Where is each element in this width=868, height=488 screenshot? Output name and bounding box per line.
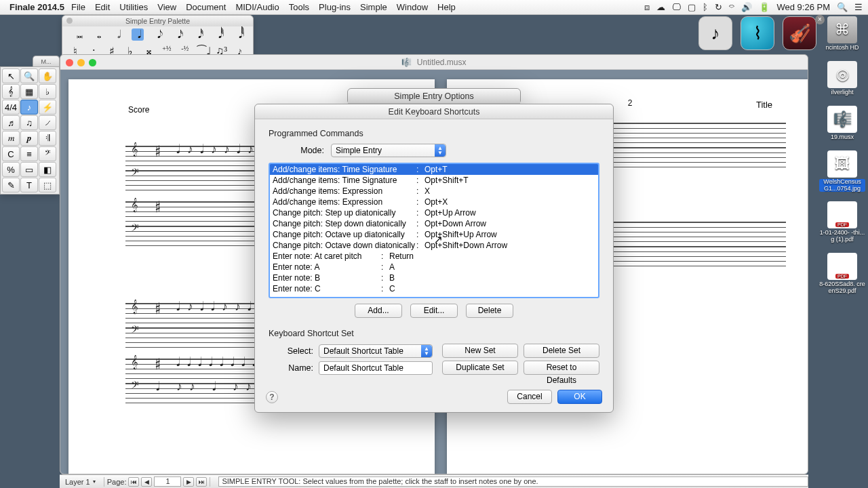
simple-entry-tool-icon[interactable]: ♪ (20, 100, 38, 115)
menu-tools[interactable]: Tools (289, 2, 309, 12)
menu-midiaudio[interactable]: MIDI/Audio (235, 2, 279, 12)
ok-button[interactable]: OK (557, 390, 602, 404)
menu-help[interactable]: Help (437, 2, 456, 12)
graphics-tool-icon[interactable]: ⬚ (39, 178, 56, 192)
edit-keyboard-shortcuts-dialog[interactable]: Edit Keyboard Shortcuts Programmed Comma… (254, 104, 614, 413)
command-row[interactable]: Change pitch: Octave down diatonically:O… (270, 240, 598, 251)
sixtyfourth-note-icon[interactable]: 𝅘𝅥𝅱 (212, 28, 224, 41)
desktop-pdf-1[interactable]: 1-01-2400- -thi...g (1).pdf (819, 201, 865, 243)
add-button[interactable]: Add... (355, 304, 402, 318)
desktop-doc-19musx[interactable]: 🎼19.musx (819, 106, 865, 141)
delete-set-button[interactable]: Delete Set (524, 344, 599, 358)
command-row[interactable]: Change pitch: Step down diatonically:Opt… (270, 218, 598, 229)
cancel-button[interactable]: Cancel (507, 390, 552, 404)
clef-tool-icon[interactable]: 𝄢 (39, 146, 56, 161)
first-page-button[interactable]: ⏮ (128, 477, 139, 487)
quarter-note-icon[interactable]: 𝅘𝅥 (132, 28, 144, 41)
eighth-note-icon[interactable]: 𝅘𝅥𝅮 (151, 28, 163, 41)
document-tab[interactable]: 🎼 Untitled.musx (60, 55, 808, 70)
bluetooth-icon[interactable]: ᛒ (703, 2, 708, 12)
whole-note-icon[interactable]: 𝅝 (91, 28, 103, 41)
menu-simple[interactable]: Simple (360, 2, 387, 12)
mode-select[interactable]: Simple Entry ▲▼ (331, 144, 446, 157)
menu-document[interactable]: Document (186, 2, 226, 12)
onetwentyeighth-note-icon[interactable]: 𝅘𝅥𝅲 (233, 28, 245, 41)
layer-selector[interactable]: Layer 1▾ (60, 478, 101, 486)
window-zoom-icon[interactable] (89, 59, 96, 66)
wifi-icon[interactable]: ⌔ (729, 2, 734, 12)
resize-tool-icon[interactable]: % (2, 162, 20, 177)
command-row[interactable]: Add/change items: Time Signature:Opt+T (270, 164, 598, 175)
menu-edit[interactable]: Edit (95, 2, 110, 12)
reset-defaults-button[interactable]: Reset to Defaults (524, 361, 599, 375)
shortcut-set-select[interactable]: Default Shortcut Table ▲▼ (319, 344, 433, 358)
palette-close-icon[interactable] (66, 18, 73, 24)
command-row[interactable]: Enter note: At caret pitch:Return (270, 251, 598, 262)
window-close-icon[interactable] (66, 59, 73, 66)
page-layout-tool-icon[interactable]: ▭ (20, 162, 38, 177)
menu-file[interactable]: File (71, 2, 85, 12)
new-set-button[interactable]: New Set (442, 344, 518, 358)
next-page-button[interactable]: ▶ (183, 477, 194, 487)
command-list[interactable]: Add/change items: Time Signature:Opt+TAd… (269, 163, 599, 298)
text-tool-icon[interactable]: T (20, 178, 38, 192)
speedy-entry-tool-icon[interactable]: ⚡ (39, 100, 56, 115)
command-row[interactable]: Change pitch: Octave up diatonically:Opt… (270, 229, 598, 240)
chord-tool-icon[interactable]: C (2, 146, 20, 161)
app-name[interactable]: Finale 2014.5 (9, 2, 64, 12)
edit-button[interactable]: Edit... (410, 304, 458, 318)
keysig-tool-icon[interactable]: ♭ (39, 84, 56, 99)
smartshape-tool-icon[interactable]: ⟋ (39, 115, 56, 130)
articulation-tool-icon[interactable]: 𝆏 (20, 131, 38, 146)
timemachine-icon[interactable]: ↻ (715, 2, 722, 12)
expression-tool-icon[interactable]: 𝆐 (2, 131, 20, 146)
menu-utilities[interactable]: Utilities (119, 2, 148, 12)
half-note-icon[interactable]: 𝅗𝅥 (111, 28, 123, 41)
hand-tool-icon[interactable]: ✋ (39, 68, 56, 83)
notifications-icon[interactable]: ☰ (854, 2, 863, 12)
double-whole-note-icon[interactable]: 𝅜 (71, 28, 83, 41)
simple-entry-palette-window[interactable]: Simple Entry Palette 𝅜 𝅝 𝅗𝅥 𝅘𝅥 𝅘𝅥𝅮 𝅘𝅥𝅯 𝅘… (62, 15, 254, 60)
selection-tool-icon[interactable]: ↖ (2, 68, 20, 83)
display-icon[interactable]: 🖵 (672, 2, 681, 12)
sixteenth-note-icon[interactable]: 𝅘𝅥𝅯 (172, 28, 184, 41)
measure-tool-icon[interactable]: ▦ (20, 84, 38, 99)
tuplet-tool-icon[interactable]: ♫ (20, 115, 38, 130)
duplicate-set-button[interactable]: Duplicate Set (442, 361, 518, 375)
last-page-button[interactable]: ⏭ (196, 477, 207, 487)
window-minimize-icon[interactable] (77, 59, 85, 66)
command-row[interactable]: Enter note: A:A (270, 262, 598, 272)
command-row[interactable]: Add/change items: Expression:Opt+X (270, 197, 598, 207)
menu-view[interactable]: View (157, 2, 176, 12)
desktop-silverlight[interactable]: ◎ilverlight (819, 61, 865, 96)
help-button[interactable]: ? (266, 391, 278, 403)
menu-window[interactable]: Window (397, 2, 428, 12)
dock-app-finale[interactable]: ⌇ (741, 16, 774, 50)
staff-tool-icon[interactable]: 𝄞 (2, 84, 20, 99)
zoom-tool-icon[interactable]: 🔍 (20, 68, 38, 83)
shortcut-set-name-input[interactable]: Default Shortcut Table (319, 361, 433, 375)
timesig-tool-icon[interactable]: 4/4 (2, 100, 20, 115)
spotlight-icon[interactable]: 🔍 (837, 2, 848, 12)
dock-app-music[interactable]: ♪ (698, 16, 732, 50)
desktop-pdf-2[interactable]: 8-620SSad8. creenS29.pdf (819, 253, 865, 295)
command-row[interactable]: Add/change items: Expression:X (270, 186, 598, 197)
command-row[interactable]: Enter note: C:C (270, 283, 598, 294)
clock[interactable]: Wed 9:26 PM (776, 2, 830, 12)
prev-page-button[interactable]: ◀ (141, 477, 152, 487)
thirtysecond-note-icon[interactable]: 𝅘𝅥𝅰 (192, 28, 204, 41)
ossis-tool-icon[interactable]: ◧ (39, 162, 56, 177)
command-row[interactable]: Enter note: B:B (270, 272, 598, 283)
main-tool-palette[interactable]: ↖ 🔍 ✋ 𝄞 ▦ ♭ 4/4 ♪ ⚡ ♬ ♫ ⟋ 𝆐 𝆏 𝄇 C ≡ 𝄢 % … (0, 66, 60, 195)
hyperscribe-tool-icon[interactable]: ♬ (2, 115, 20, 130)
desktop-screenshot[interactable]: 🖼WelshCensus G1...0754.jpg (819, 150, 865, 192)
command-row[interactable]: Change pitch: Step up diatonically:Opt+U… (270, 207, 598, 218)
battery-icon[interactable]: 🔋 (759, 2, 770, 12)
simple-entry-options-dialog[interactable]: Simple Entry Options (347, 88, 521, 104)
special-tools-icon[interactable]: ✎ (2, 178, 20, 192)
volume-icon[interactable]: 🔊 (741, 2, 752, 12)
airplay-icon[interactable]: ▢ (688, 2, 696, 12)
dropbox-icon[interactable]: ⧈ (644, 2, 650, 13)
desktop-hd[interactable]: ⌘ncintosh HD (819, 16, 865, 52)
lyrics-tool-icon[interactable]: ≡ (20, 146, 38, 161)
